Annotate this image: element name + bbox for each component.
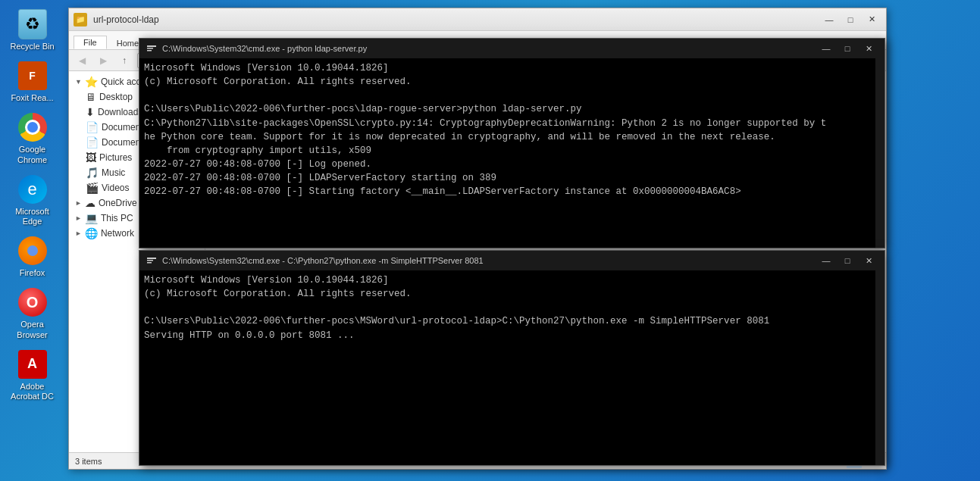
recycle-bin-icon [17, 9, 48, 39]
cmd-window-ldap: C:\Windows\System32\cmd.exe - python lda… [139, 38, 885, 248]
cmd-ldap-scrollbar[interactable] [875, 58, 885, 248]
cmd-window-http: C:\Windows\System32\cmd.exe - C:\Python2… [139, 250, 885, 466]
adobe-label: AdobeAcrobat DC [11, 382, 54, 401]
tab-file[interactable]: File [74, 36, 107, 49]
cmd-ldap-maximize[interactable]: □ [838, 41, 857, 56]
cmd-http-body: Microsoft Windows [Version 10.0.19044.18… [139, 270, 885, 465]
desktop-icon-adobe[interactable]: A AdobeAcrobat DC [5, 346, 60, 404]
desktop-icons: Recycle Bin F Foxit Rea... GoogleChrome … [0, 0, 64, 481]
forward-button[interactable]: ▶ [95, 52, 111, 69]
file-explorer-titlebar: 📁 url-protocol-ldap — □ ✕ [69, 8, 886, 31]
file-explorer-controls: — □ ✕ [819, 12, 881, 27]
svg-rect-7 [147, 262, 152, 264]
firefox-label: Firefox [20, 268, 45, 278]
sidebar-downloads-label: Downloads [98, 107, 142, 117]
cmd-http-maximize[interactable]: □ [838, 253, 857, 268]
desktop-icon-chrome[interactable]: GoogleChrome [5, 109, 60, 167]
svg-rect-6 [147, 260, 153, 261]
opera-icon: O [17, 287, 48, 317]
status-text: 3 items [75, 457, 102, 466]
adobe-icon: A [17, 349, 48, 379]
sidebar-pictures-label: Pictures [99, 152, 132, 163]
desktop-icon-foxit[interactable]: F Foxit Rea... [5, 58, 60, 106]
edge-icon: e [17, 174, 48, 205]
opera-label: OperaBrowser [17, 320, 47, 339]
sidebar-onedrive-label: OneDrive [99, 198, 137, 208]
foxit-label: Foxit Rea... [11, 93, 53, 103]
recycle-bin-label: Recycle Bin [10, 42, 54, 52]
sidebar-thispc-label: This PC [101, 213, 133, 223]
folder-title-icon: 📁 [74, 13, 87, 27]
chrome-label: GoogleChrome [17, 145, 47, 164]
cmd-http-close[interactable]: ✕ [859, 253, 878, 268]
file-explorer-title: url-protocol-ldap [93, 14, 816, 25]
back-button[interactable]: ◀ [74, 52, 90, 69]
chrome-icon [17, 112, 48, 142]
cmd-ldap-titlebar: C:\Windows\System32\cmd.exe - python lda… [139, 39, 885, 58]
foxit-icon: F [17, 61, 48, 91]
edge-label: MicrosoftEdge [15, 207, 49, 226]
up-button[interactable]: ↑ [116, 52, 133, 69]
cmd-ldap-title: C:\Windows\System32\cmd.exe - python lda… [162, 44, 812, 53]
firefox-icon [17, 236, 48, 266]
svg-rect-2 [147, 48, 153, 49]
cmd-http-title-icon [146, 255, 158, 267]
svg-rect-5 [147, 258, 156, 259]
cmd-ldap-controls: — □ ✕ [816, 41, 878, 56]
sidebar-network-label: Network [101, 228, 134, 239]
sidebar-music-label: Music [102, 167, 125, 178]
desktop-icon-edge[interactable]: e MicrosoftEdge [5, 171, 60, 230]
cmd-http-minimize[interactable]: — [816, 253, 836, 268]
cmd-ldap-minimize[interactable]: — [816, 41, 836, 56]
cmd-http-controls: — □ ✕ [816, 253, 878, 268]
desktop-icon-opera[interactable]: O OperaBrowser [5, 284, 60, 342]
desktop-icon-firefox[interactable]: Firefox [5, 233, 60, 281]
cmd-ldap-title-icon [146, 42, 158, 55]
cmd-http-title: C:\Windows\System32\cmd.exe - C:\Python2… [162, 256, 812, 265]
cmd-ldap-content: Microsoft Windows [Version 10.0.19044.18… [139, 58, 875, 248]
close-button[interactable]: ✕ [862, 12, 881, 27]
cmd-http-scrollbar[interactable] [875, 270, 885, 465]
cmd-ldap-close[interactable]: ✕ [859, 41, 878, 56]
cmd-http-titlebar: C:\Windows\System32\cmd.exe - C:\Python2… [139, 251, 885, 270]
cmd-ldap-body: Microsoft Windows [Version 10.0.19044.18… [139, 58, 885, 248]
minimize-button[interactable]: — [819, 12, 839, 27]
sidebar-desktop-label: Desktop [99, 92, 133, 102]
maximize-button[interactable]: □ [841, 12, 860, 27]
svg-rect-1 [147, 45, 156, 47]
svg-rect-3 [147, 50, 152, 52]
desktop-icon-recycle-bin[interactable]: Recycle Bin [5, 6, 60, 55]
cmd-http-content: Microsoft Windows [Version 10.0.19044.18… [139, 270, 875, 465]
sidebar-videos-label: Videos [102, 183, 129, 193]
